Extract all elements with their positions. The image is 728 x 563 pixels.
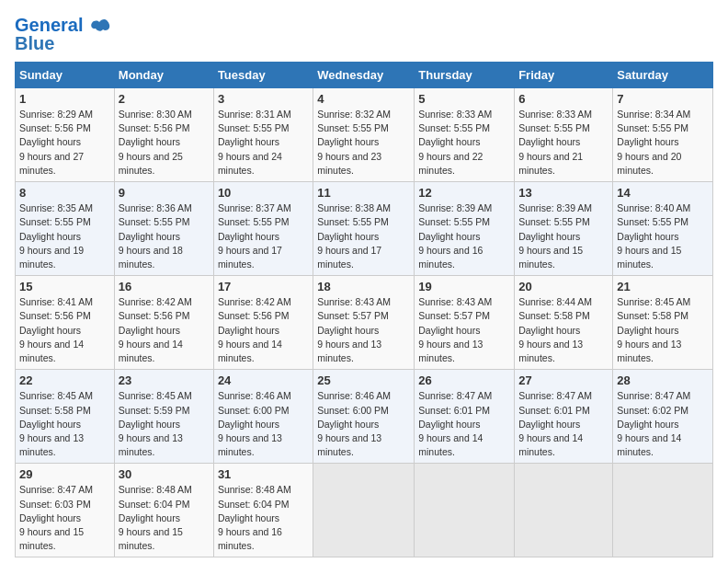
day-detail: Sunrise: 8:29 AM Sunset: 5:56 PM Dayligh…	[19, 108, 110, 178]
day-detail: Sunrise: 8:35 AM Sunset: 5:55 PM Dayligh…	[19, 201, 110, 271]
calendar-cell	[313, 464, 415, 557]
day-number: 16	[119, 280, 210, 293]
calendar-week-row: 29 Sunrise: 8:47 AM Sunset: 6:03 PM Dayl…	[16, 464, 713, 557]
calendar-cell: 6 Sunrise: 8:33 AM Sunset: 5:55 PM Dayli…	[515, 88, 613, 182]
day-detail: Sunrise: 8:47 AM Sunset: 6:03 PM Dayligh…	[19, 483, 110, 553]
calendar-cell	[415, 464, 515, 557]
day-number: 30	[119, 467, 210, 481]
calendar-cell: 2 Sunrise: 8:30 AM Sunset: 5:56 PM Dayli…	[114, 88, 213, 182]
day-detail: Sunrise: 8:48 AM Sunset: 6:04 PM Dayligh…	[119, 483, 210, 553]
logo-blue-text: Blue	[15, 33, 110, 54]
logo-bird-icon	[90, 18, 110, 35]
calendar-cell	[613, 464, 713, 557]
calendar-week-row: 1 Sunrise: 8:29 AM Sunset: 5:56 PM Dayli…	[16, 88, 713, 182]
day-number: 12	[418, 186, 510, 200]
calendar-cell: 4 Sunrise: 8:32 AM Sunset: 5:55 PM Dayli…	[313, 88, 415, 182]
day-detail: Sunrise: 8:30 AM Sunset: 5:56 PM Dayligh…	[119, 108, 210, 178]
day-detail: Sunrise: 8:33 AM Sunset: 5:55 PM Dayligh…	[418, 108, 510, 178]
day-number: 14	[617, 186, 709, 200]
calendar-weekday-header: Wednesday	[313, 63, 415, 88]
calendar-cell: 29 Sunrise: 8:47 AM Sunset: 6:03 PM Dayl…	[16, 464, 115, 557]
day-number: 24	[218, 373, 309, 387]
calendar-week-row: 8 Sunrise: 8:35 AM Sunset: 5:55 PM Dayli…	[16, 182, 713, 276]
calendar-cell: 27 Sunrise: 8:47 AM Sunset: 6:01 PM Dayl…	[515, 370, 613, 464]
calendar-cell: 14 Sunrise: 8:40 AM Sunset: 5:55 PM Dayl…	[613, 182, 713, 276]
calendar-table: SundayMondayTuesdayWednesdayThursdayFrid…	[15, 62, 713, 557]
day-detail: Sunrise: 8:47 AM Sunset: 6:01 PM Dayligh…	[418, 389, 510, 459]
calendar-cell: 7 Sunrise: 8:34 AM Sunset: 5:55 PM Dayli…	[613, 88, 713, 182]
day-detail: Sunrise: 8:40 AM Sunset: 5:55 PM Dayligh…	[617, 201, 709, 271]
day-detail: Sunrise: 8:39 AM Sunset: 5:55 PM Dayligh…	[418, 201, 510, 271]
day-detail: Sunrise: 8:47 AM Sunset: 6:02 PM Dayligh…	[617, 389, 709, 459]
calendar-cell: 22 Sunrise: 8:45 AM Sunset: 5:58 PM Dayl…	[16, 370, 115, 464]
calendar-weekday-header: Friday	[515, 63, 613, 88]
calendar-week-row: 22 Sunrise: 8:45 AM Sunset: 5:58 PM Dayl…	[16, 370, 713, 464]
day-number: 5	[418, 92, 510, 106]
day-detail: Sunrise: 8:33 AM Sunset: 5:55 PM Dayligh…	[518, 108, 609, 178]
calendar-cell: 23 Sunrise: 8:45 AM Sunset: 5:59 PM Dayl…	[114, 370, 213, 464]
day-number: 23	[119, 373, 210, 387]
calendar-weekday-header: Tuesday	[213, 63, 313, 88]
page-header: General Blue	[15, 15, 713, 54]
day-detail: Sunrise: 8:34 AM Sunset: 5:55 PM Dayligh…	[617, 108, 709, 178]
day-detail: Sunrise: 8:32 AM Sunset: 5:55 PM Dayligh…	[317, 108, 410, 178]
day-detail: Sunrise: 8:43 AM Sunset: 5:57 PM Dayligh…	[418, 295, 510, 365]
calendar-cell: 3 Sunrise: 8:31 AM Sunset: 5:55 PM Dayli…	[213, 88, 313, 182]
calendar-weekday-header: Saturday	[613, 63, 713, 88]
calendar-cell: 8 Sunrise: 8:35 AM Sunset: 5:55 PM Dayli…	[16, 182, 115, 276]
day-number: 31	[218, 467, 309, 481]
day-number: 18	[317, 280, 410, 293]
calendar-cell: 31 Sunrise: 8:48 AM Sunset: 6:04 PM Dayl…	[213, 464, 313, 557]
day-number: 8	[19, 186, 110, 200]
calendar-week-row: 15 Sunrise: 8:41 AM Sunset: 5:56 PM Dayl…	[16, 276, 713, 370]
calendar-cell: 21 Sunrise: 8:45 AM Sunset: 5:58 PM Dayl…	[613, 276, 713, 370]
day-number: 21	[617, 280, 709, 293]
calendar-cell: 19 Sunrise: 8:43 AM Sunset: 5:57 PM Dayl…	[415, 276, 515, 370]
calendar-cell: 26 Sunrise: 8:47 AM Sunset: 6:01 PM Dayl…	[415, 370, 515, 464]
calendar-cell: 30 Sunrise: 8:48 AM Sunset: 6:04 PM Dayl…	[114, 464, 213, 557]
calendar-cell: 13 Sunrise: 8:39 AM Sunset: 5:55 PM Dayl…	[515, 182, 613, 276]
calendar-cell: 11 Sunrise: 8:38 AM Sunset: 5:55 PM Dayl…	[313, 182, 415, 276]
day-number: 15	[19, 280, 110, 293]
day-detail: Sunrise: 8:45 AM Sunset: 5:59 PM Dayligh…	[119, 389, 210, 459]
day-detail: Sunrise: 8:45 AM Sunset: 5:58 PM Dayligh…	[617, 295, 709, 365]
logo: General Blue	[15, 15, 110, 54]
day-detail: Sunrise: 8:47 AM Sunset: 6:01 PM Dayligh…	[518, 389, 609, 459]
calendar-header: SundayMondayTuesdayWednesdayThursdayFrid…	[16, 63, 713, 88]
calendar-cell: 15 Sunrise: 8:41 AM Sunset: 5:56 PM Dayl…	[16, 276, 115, 370]
day-number: 10	[218, 186, 309, 200]
day-number: 22	[19, 373, 110, 387]
day-number: 1	[19, 92, 110, 106]
day-number: 25	[317, 373, 410, 387]
calendar-cell: 10 Sunrise: 8:37 AM Sunset: 5:55 PM Dayl…	[213, 182, 313, 276]
day-number: 9	[119, 186, 210, 200]
day-number: 28	[617, 373, 709, 387]
day-number: 19	[418, 280, 510, 293]
day-detail: Sunrise: 8:39 AM Sunset: 5:55 PM Dayligh…	[518, 201, 609, 271]
calendar-weekday-header: Thursday	[415, 63, 515, 88]
day-detail: Sunrise: 8:48 AM Sunset: 6:04 PM Dayligh…	[218, 483, 309, 553]
day-detail: Sunrise: 8:42 AM Sunset: 5:56 PM Dayligh…	[218, 295, 309, 365]
day-detail: Sunrise: 8:41 AM Sunset: 5:56 PM Dayligh…	[19, 295, 110, 365]
calendar-cell: 20 Sunrise: 8:44 AM Sunset: 5:58 PM Dayl…	[515, 276, 613, 370]
calendar-cell: 12 Sunrise: 8:39 AM Sunset: 5:55 PM Dayl…	[415, 182, 515, 276]
calendar-cell	[515, 464, 613, 557]
calendar-cell: 24 Sunrise: 8:46 AM Sunset: 6:00 PM Dayl…	[213, 370, 313, 464]
calendar-cell: 25 Sunrise: 8:46 AM Sunset: 6:00 PM Dayl…	[313, 370, 415, 464]
calendar-header-row: SundayMondayTuesdayWednesdayThursdayFrid…	[16, 63, 713, 88]
calendar-cell: 16 Sunrise: 8:42 AM Sunset: 5:56 PM Dayl…	[114, 276, 213, 370]
calendar-cell: 28 Sunrise: 8:47 AM Sunset: 6:02 PM Dayl…	[613, 370, 713, 464]
day-detail: Sunrise: 8:46 AM Sunset: 6:00 PM Dayligh…	[317, 389, 410, 459]
day-number: 7	[617, 92, 709, 106]
calendar-cell: 18 Sunrise: 8:43 AM Sunset: 5:57 PM Dayl…	[313, 276, 415, 370]
day-detail: Sunrise: 8:37 AM Sunset: 5:55 PM Dayligh…	[218, 201, 309, 271]
day-number: 6	[518, 92, 609, 106]
day-detail: Sunrise: 8:42 AM Sunset: 5:56 PM Dayligh…	[119, 295, 210, 365]
day-detail: Sunrise: 8:38 AM Sunset: 5:55 PM Dayligh…	[317, 201, 410, 271]
calendar-weekday-header: Monday	[114, 63, 213, 88]
day-detail: Sunrise: 8:36 AM Sunset: 5:55 PM Dayligh…	[119, 201, 210, 271]
day-detail: Sunrise: 8:45 AM Sunset: 5:58 PM Dayligh…	[19, 389, 110, 459]
day-detail: Sunrise: 8:44 AM Sunset: 5:58 PM Dayligh…	[518, 295, 609, 365]
day-detail: Sunrise: 8:31 AM Sunset: 5:55 PM Dayligh…	[218, 108, 309, 178]
day-number: 27	[518, 373, 609, 387]
